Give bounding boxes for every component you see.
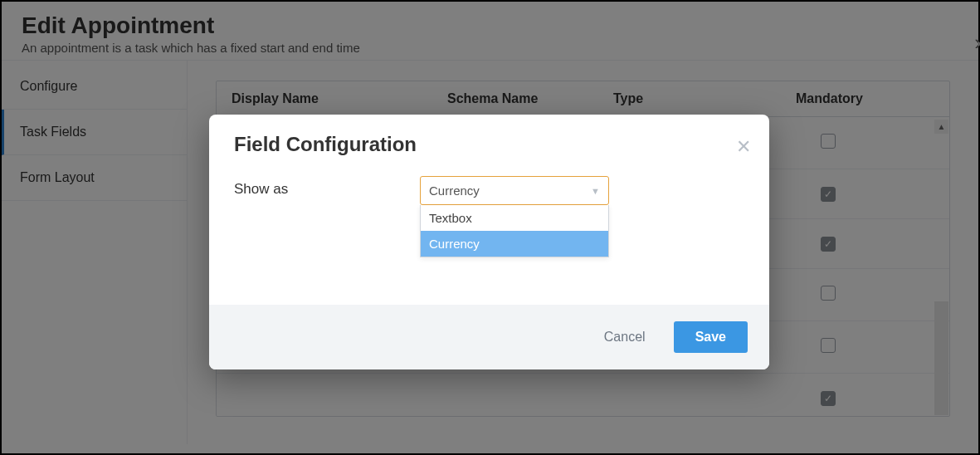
select-value: Currency (429, 183, 480, 198)
modal-header: Field Configuration ✕ (209, 115, 769, 171)
select-control[interactable]: Currency ▼ (420, 176, 609, 205)
modal-footer: Cancel Save (209, 305, 769, 369)
modal-title: Field Configuration (234, 133, 744, 156)
show-as-select[interactable]: Currency ▼ TextboxCurrency (420, 176, 609, 205)
select-options: TextboxCurrency (420, 205, 609, 257)
show-as-label: Show as (234, 176, 390, 205)
close-icon[interactable]: ✕ (736, 136, 751, 158)
select-option[interactable]: Textbox (421, 205, 608, 231)
cancel-button[interactable]: Cancel (599, 329, 651, 345)
field-config-modal: Field Configuration ✕ Show as Currency ▼… (209, 115, 769, 369)
save-button[interactable]: Save (674, 321, 748, 353)
chevron-down-icon: ▼ (591, 186, 600, 196)
select-option[interactable]: Currency (421, 231, 608, 257)
